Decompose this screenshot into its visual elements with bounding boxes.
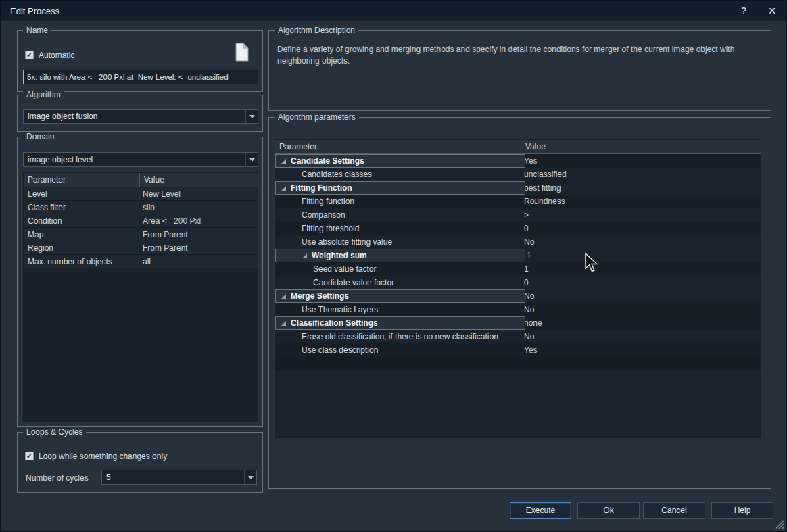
parameter-row[interactable]: Comparison> (275, 208, 761, 222)
help-icon[interactable]: ? (730, 1, 758, 21)
number-of-cycles-value: 5 (102, 473, 244, 482)
parameter-name-cell: Candidate Settings (276, 156, 522, 166)
loop-while-changes-label[interactable]: Loop while something changes only (39, 452, 167, 461)
domain-parameter-cell: Map (24, 230, 140, 239)
domain-group: Domain image object level Parameter Valu… (17, 137, 263, 427)
chevron-down-icon[interactable] (245, 153, 258, 166)
parameter-group-row[interactable]: Weighted sum (275, 249, 525, 262)
parameter-value-cell: Yes (521, 345, 761, 355)
parameter-label: Use Thematic Layers (302, 305, 378, 314)
automatic-checkbox-label[interactable]: Automatic (39, 51, 74, 60)
parameter-row[interactable]: Use class descriptionYes (275, 343, 761, 357)
domain-table-row[interactable]: RegionFrom Parent (24, 241, 258, 255)
parameter-name-cell: Comparison (275, 210, 521, 220)
parameter-name-cell: Merge Settings (276, 291, 522, 301)
domain-table-row[interactable]: LevelNew Level (24, 187, 258, 201)
domain-parameter-cell: Level (24, 189, 140, 199)
close-icon[interactable]: ✕ (758, 1, 786, 21)
algorithm-description-text: Define a variety of growing and merging … (277, 44, 761, 67)
parameter-row[interactable]: Candidate value factor0 (275, 276, 761, 289)
parameter-value-cell: No (521, 237, 761, 247)
domain-value-cell: From Parent (140, 230, 258, 239)
tree-expanded-icon[interactable] (281, 294, 286, 299)
parameter-value-cell: unclassified (521, 170, 761, 179)
parameter-label: Seed value factor (313, 264, 376, 274)
parameter-value-cell: -1 (521, 251, 761, 260)
domain-table-body: LevelNew LevelClass filtersiloConditionA… (24, 187, 258, 268)
parameters-table-body: Candidate SettingsEnable candidates clas… (275, 154, 761, 370)
cancel-button[interactable]: Cancel (643, 502, 705, 519)
tree-expanded-icon[interactable] (302, 253, 307, 258)
parameter-group-row[interactable]: Fitting Function (275, 181, 525, 195)
parameter-label: Fitting function (302, 197, 354, 206)
parameter-row[interactable]: Use absolute fitting valueNo (275, 235, 761, 249)
parameter-name-cell: Classification Settings (276, 318, 522, 328)
domain-parameter-cell: Max. number of objects (24, 257, 140, 266)
parameter-name-cell: Candidates classes (275, 170, 521, 179)
tree-expanded-icon[interactable] (281, 321, 286, 326)
domain-value-cell: From Parent (140, 243, 258, 253)
parameter-row[interactable]: Candidates classesunclassified (275, 168, 761, 181)
domain-dropdown-value: image object level (24, 155, 245, 164)
algorithm-group: Algorithm image object fusion (17, 95, 263, 132)
algorithm-dropdown[interactable]: image object fusion (23, 109, 258, 124)
loops-cycles-group-label: Loops & Cycles (23, 427, 86, 437)
parameter-name-cell: Use Thematic Layers (275, 305, 521, 314)
algorithm-parameters-group: Algorithm parameters Parameter Value Can… (268, 117, 771, 489)
parameter-group-row[interactable]: Merge Settings (275, 289, 525, 303)
titlebar[interactable]: Edit Process ? ✕ (1, 1, 786, 21)
parameter-label: Candidate Settings (291, 156, 364, 166)
document-icon[interactable] (235, 43, 249, 62)
domain-dropdown[interactable]: image object level (23, 152, 258, 167)
parameter-name-cell: Weighted sum (276, 251, 522, 260)
tree-expanded-icon[interactable] (281, 159, 286, 164)
parameter-name-cell: Use class description (275, 345, 521, 355)
chevron-down-icon[interactable] (244, 470, 256, 484)
domain-table-row[interactable]: Max. number of objectsall (24, 255, 258, 268)
ok-button[interactable]: Ok (577, 502, 640, 519)
parameter-row[interactable]: Erase old classification, if there is no… (275, 330, 761, 343)
chevron-down-icon[interactable] (245, 110, 258, 123)
process-name-input[interactable] (23, 70, 258, 84)
parameter-value-cell: none (521, 318, 761, 328)
parameter-label: Fitting threshold (302, 224, 359, 233)
domain-header-value[interactable]: Value (140, 173, 164, 187)
parameter-label: Use class description (302, 345, 378, 355)
parameter-value-cell: No (521, 305, 761, 314)
automatic-checkbox[interactable]: ✓ (25, 51, 34, 59)
execute-button[interactable]: Execute (510, 502, 571, 519)
parameter-value-cell: Roundness (521, 197, 761, 206)
number-of-cycles-dropdown[interactable]: 5 (101, 470, 257, 485)
parameter-row[interactable]: Fitting threshold0 (275, 222, 761, 235)
parameter-group-row[interactable]: Candidate Settings (275, 154, 525, 168)
domain-table-row[interactable]: Class filtersilo (24, 201, 258, 214)
domain-table-row[interactable]: MapFrom Parent (24, 228, 258, 241)
parameter-name-cell: Seed value factor (275, 264, 521, 274)
parameter-row[interactable]: Use Thematic LayersNo (275, 303, 761, 316)
domain-header-parameter[interactable]: Parameter (24, 173, 140, 187)
tree-expanded-icon[interactable] (281, 186, 286, 191)
loop-while-changes-checkbox[interactable]: ✓ (25, 452, 34, 460)
domain-value-cell: all (140, 257, 258, 266)
help-button[interactable]: Help (711, 502, 773, 519)
loops-cycles-group: Loops & Cycles ✓ Loop while something ch… (17, 432, 263, 493)
parameters-header-parameter[interactable]: Parameter (275, 140, 521, 153)
name-group-label: Name (23, 26, 51, 35)
parameter-row[interactable]: Fitting functionRoundness (275, 195, 761, 208)
domain-value-cell: silo (140, 203, 258, 212)
parameter-row[interactable]: Seed value factor1 (275, 262, 761, 276)
algorithm-description-group-label: Algorithm Description (275, 26, 358, 35)
domain-table-row[interactable]: ConditionArea <= 200 Pxl (24, 214, 258, 228)
parameters-header-value[interactable]: Value (521, 140, 546, 153)
domain-parameter-cell: Condition (24, 216, 140, 226)
parameter-label: Erase old classification, if there is no… (302, 332, 498, 341)
parameter-value-cell: Yes (521, 156, 761, 166)
parameter-label: Use absolute fitting value (302, 237, 392, 247)
parameter-name-cell: Fitting threshold (275, 224, 521, 233)
domain-parameter-cell: Class filter (24, 203, 140, 212)
domain-parameter-cell: Region (24, 243, 140, 253)
algorithm-description-group: Algorithm Description Define a variety o… (268, 30, 771, 111)
window-title: Edit Process (1, 6, 730, 16)
resize-grip[interactable] (775, 520, 784, 529)
parameter-group-row[interactable]: Classification Settings (275, 316, 525, 330)
